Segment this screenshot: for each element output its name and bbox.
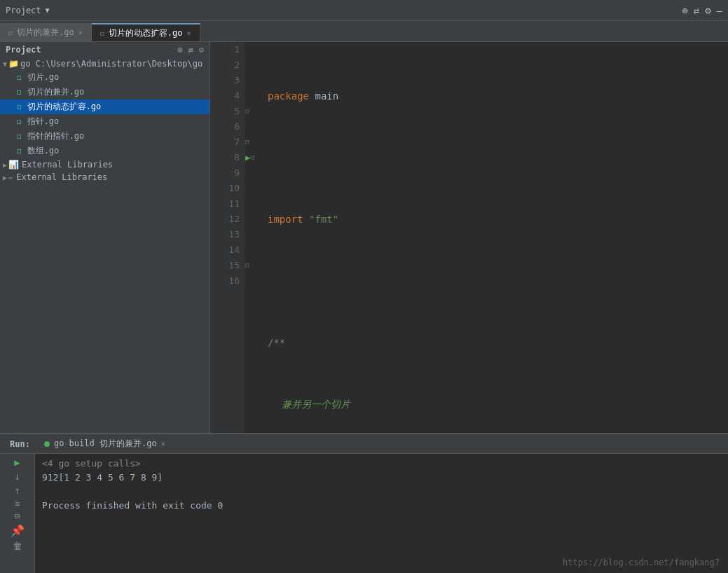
new-file-icon[interactable]: ⊕ xyxy=(682,5,687,16)
run-tab[interactable]: Run: xyxy=(6,434,34,453)
sidebar-item-external-libs[interactable]: ▶ 📊 External Libraries xyxy=(0,158,210,171)
go-root-label: go C:\Users\Administrator\Desktop\go xyxy=(20,59,202,69)
sidebar-item-zhizhenzhizhen[interactable]: ◻ 指针的指针.go xyxy=(0,129,210,144)
tab2-label: 切片的动态扩容.go xyxy=(109,27,183,39)
code-line-5: /** xyxy=(268,335,721,350)
run-up-button[interactable]: ↑ xyxy=(14,485,20,496)
build-tab[interactable]: go build 切片的兼并.go × xyxy=(40,434,170,453)
sidebar-sync-icon[interactable]: ⇄ xyxy=(188,45,193,55)
bottom-panel: Run: go build 切片的兼并.go × ▶ ↓ ↑ ≡ ⊟ 📌 🗑 <… xyxy=(0,433,728,573)
editor-area: 1 2 3 4 5 6 7 8 9 10 11 12 13 14 15 16 xyxy=(210,42,728,433)
code-editor[interactable]: 1 2 3 4 5 6 7 8 9 10 11 12 13 14 15 16 xyxy=(210,42,728,433)
process-text: Process finished with exit code 0 xyxy=(42,500,223,511)
file-go-icon-dongtai: ◻ xyxy=(17,102,22,111)
tab1-close[interactable]: × xyxy=(78,29,83,36)
file-icon-tab2: ◻ xyxy=(100,29,104,37)
file-icon-tab1: ◻ xyxy=(8,29,13,36)
sidebar: Project ⊕ ⇄ ⚙ ▼ 📁 go C:\Users\Administra… xyxy=(0,42,210,433)
run-status-dot xyxy=(44,441,50,447)
line-numbers: 1 2 3 4 5 6 7 8 9 10 11 12 13 14 15 16 xyxy=(210,42,245,433)
tab-jianbing[interactable]: ◻ 切片的兼并.go × xyxy=(0,23,92,41)
gear-icon[interactable]: ⚙ xyxy=(705,5,710,16)
console-process-line: Process finished with exit code 0 xyxy=(42,499,721,513)
title-bar: Project ▼ ⊕ ⇄ ⚙ — xyxy=(0,0,728,21)
fold-icon-15[interactable]: ⊟ xyxy=(245,258,249,273)
file-go-icon-qiepian: ◻ xyxy=(17,73,22,82)
console-setup-line: <4 go setup calls> xyxy=(42,457,721,471)
run-trash-button[interactable]: 🗑 xyxy=(13,540,22,551)
setup-text: <4 go setup calls> xyxy=(42,458,141,469)
code-line-3: import "fmt" xyxy=(268,212,721,227)
build-tab-label: go build 切片的兼并.go xyxy=(54,438,157,450)
dropdown-arrow-icon[interactable]: ▼ xyxy=(46,6,50,14)
sidebar-item-qiepian[interactable]: ◻ 切片.go xyxy=(0,70,210,85)
code-line-6: 兼并另一个切片 xyxy=(268,396,721,412)
arrow-go-root: ▼ xyxy=(3,60,7,68)
watermark: https://blog.csdn.net/fangkang7 xyxy=(563,558,720,567)
lib-icon: 📊 xyxy=(8,160,19,170)
sidebar-item-jianbing[interactable]: ◻ 切片的兼并.go xyxy=(0,85,210,99)
console-output: <4 go setup calls> 912[1 2 3 4 5 6 7 8 9… xyxy=(35,454,728,573)
code-content[interactable]: package main import "fmt" /** 兼并另一个切片 xyxy=(261,42,728,433)
tab-bar: ◻ 切片的兼并.go × ◻ 切片的动态扩容.go × xyxy=(0,21,728,42)
file-go-icon-zhizhenzhizhen: ◻ xyxy=(17,132,22,141)
zhizhenzhizhen-label: 指针的指针.go xyxy=(27,130,85,142)
arrow-external: ▶ xyxy=(3,161,7,169)
sync-icon[interactable]: ⇄ xyxy=(694,5,699,16)
run-play-button[interactable]: ▶ xyxy=(14,457,20,468)
project-label[interactable]: Project xyxy=(6,6,41,15)
minimize-icon[interactable]: — xyxy=(717,5,722,16)
gutter-area: ⊟ ⊟ ▶⊟ ⊟ xyxy=(245,42,261,433)
console-blank-line xyxy=(42,485,721,499)
sidebar-header: Project ⊕ ⇄ ⚙ xyxy=(0,42,210,57)
run-sidebar: ▶ ↓ ↑ ≡ ⊟ 📌 🗑 xyxy=(0,454,35,573)
bottom-tab-bar: Run: go build 切片的兼并.go × xyxy=(0,434,728,454)
tab2-close[interactable]: × xyxy=(186,29,191,37)
sidebar-item-go-root[interactable]: ▼ 📁 go C:\Users\Administrator\Desktop\go xyxy=(0,57,210,70)
jianbing-label: 切片的兼并.go xyxy=(27,86,85,98)
sidebar-item-zhizhen[interactable]: ◻ 指针.go xyxy=(0,114,210,129)
tab-dongtai[interactable]: ◻ 切片的动态扩容.go × xyxy=(92,23,200,41)
fold-icon-7[interactable]: ⊟ xyxy=(245,134,249,150)
shuzu-label: 数组.go xyxy=(27,145,60,157)
title-bar-left: Project ▼ xyxy=(6,6,50,15)
zhizhen-label: 指针.go xyxy=(27,116,60,127)
file-go-icon-zhizhen: ◻ xyxy=(17,117,22,126)
output-text: 912[1 2 3 4 5 6 7 8 9] xyxy=(42,472,163,483)
run-arrow-8[interactable]: ▶ xyxy=(245,150,250,165)
run-label: Run: xyxy=(10,439,30,449)
file-go-icon-shuzu: ◻ xyxy=(17,146,22,156)
title-bar-icons: ⊕ ⇄ ⚙ — xyxy=(682,5,722,16)
external-libs-label: External Libraries xyxy=(22,160,113,170)
sidebar-item-shuzu[interactable]: ◻ 数组.go xyxy=(0,144,210,158)
run-pin-button[interactable]: 📌 xyxy=(11,524,25,537)
code-line-1: package main xyxy=(268,88,721,104)
qiepian-label: 切片.go xyxy=(27,71,60,83)
sidebar-add-icon[interactable]: ⊕ xyxy=(177,45,182,55)
file-go-icon-jianbing: ◻ xyxy=(17,88,22,97)
bottom-panel-body: ▶ ↓ ↑ ≡ ⊟ 📌 🗑 <4 go setup calls> 912[1 2… xyxy=(0,454,728,573)
fold-icon-8[interactable]: ⊟ xyxy=(250,150,254,165)
watermark-text: https://blog.csdn.net/fangkang7 xyxy=(563,558,720,567)
dongtai-label: 切片的动态扩容.go xyxy=(27,101,102,113)
fold-icon-5[interactable]: ⊟ xyxy=(245,104,249,119)
sidebar-item-dongtai[interactable]: ◻ 切片的动态扩容.go xyxy=(0,99,210,114)
run-wrap-button[interactable]: ≡ xyxy=(15,499,20,509)
main-layout: Project ⊕ ⇄ ⚙ ▼ 📁 go C:\Users\Administra… xyxy=(0,42,728,433)
code-line-4 xyxy=(268,273,721,289)
folder-icon-go: 📁 xyxy=(8,59,19,69)
arrow-scratches: ▶ xyxy=(3,174,7,181)
run-down-button[interactable]: ↓ xyxy=(14,471,20,482)
console-output-line: 912[1 2 3 4 5 6 7 8 9] xyxy=(42,471,721,485)
sidebar-item-scratches[interactable]: ▶ ✏ External Libraries xyxy=(0,171,210,184)
sidebar-gear-icon[interactable]: ⚙ xyxy=(199,45,204,55)
run-filter-button[interactable]: ⊟ xyxy=(15,511,20,521)
tab1-label: 切片的兼并.go xyxy=(17,27,74,39)
code-line-2 xyxy=(268,150,721,165)
build-tab-close[interactable]: × xyxy=(161,439,166,448)
scratches-icon: ✏ xyxy=(8,172,13,182)
sidebar-title: Project xyxy=(6,45,41,55)
sidebar-icons: ⊕ ⇄ ⚙ xyxy=(177,45,204,55)
scratches-label: External Libraries xyxy=(16,172,107,182)
